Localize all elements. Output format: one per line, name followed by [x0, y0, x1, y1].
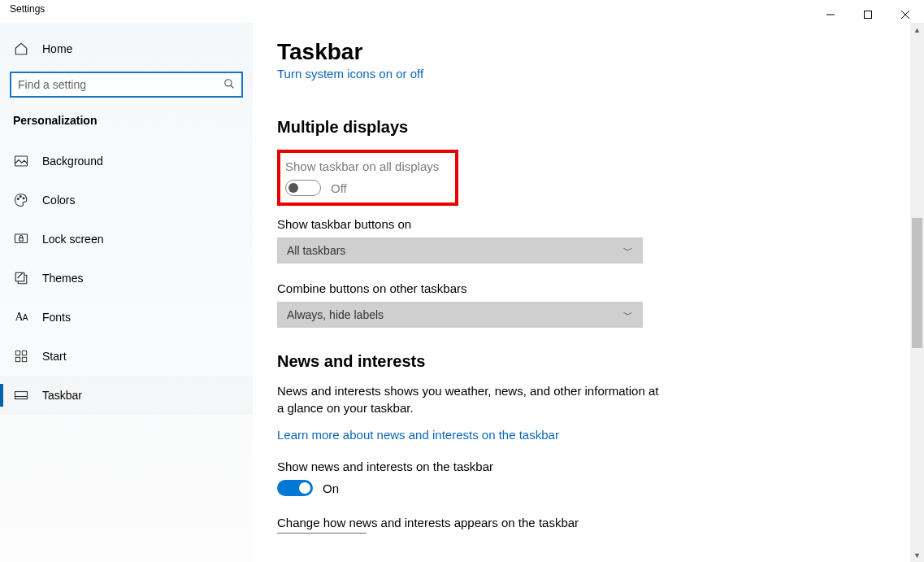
svg-point-9 — [23, 198, 24, 199]
dropdown-combine-other[interactable]: Always, hide labels ﹀ — [277, 302, 643, 328]
window-title: Settings — [0, 3, 45, 15]
colors-icon — [13, 192, 29, 208]
dropdown-value: All taskbars — [287, 244, 345, 257]
chevron-down-icon: ﹀ — [623, 244, 633, 258]
sidebar-item-lockscreen[interactable]: Lock screen — [0, 220, 253, 259]
dropdown-change-news-appearance[interactable] — [277, 533, 367, 534]
toggle-state-text: On — [323, 481, 339, 495]
dropdown-show-buttons-on[interactable]: All taskbars ﹀ — [277, 237, 643, 264]
sidebar-item-start[interactable]: Start — [0, 337, 253, 376]
background-icon — [13, 153, 29, 169]
sidebar-item-background[interactable]: Background — [0, 142, 253, 181]
svg-rect-12 — [15, 272, 24, 281]
home-icon — [13, 41, 29, 57]
label-combine-other: Combine buttons on other taskbars — [277, 281, 886, 295]
scroll-down-button[interactable]: ▼ — [910, 548, 924, 562]
sidebar-item-themes[interactable]: Themes — [0, 259, 253, 298]
label-change-news-appearance: Change how news and interests appears on… — [277, 516, 886, 529]
sidebar-item-fonts[interactable]: AA Fonts — [0, 298, 253, 337]
link-learn-more-news[interactable]: Learn more about news and interests on t… — [277, 428, 559, 442]
toggle-state-text: Off — [331, 181, 347, 195]
search-box[interactable] — [10, 72, 243, 98]
sidebar-item-label: Colors — [42, 194, 75, 207]
label-show-buttons-on: Show taskbar buttons on — [277, 217, 886, 231]
sidebar-item-label: Themes — [42, 272, 84, 285]
sidebar-section-header: Personalization — [0, 109, 253, 142]
svg-rect-17 — [15, 392, 28, 399]
sidebar-item-taskbar[interactable]: Taskbar — [0, 376, 253, 415]
news-description: News and interests shows you weather, ne… — [277, 382, 667, 416]
svg-point-7 — [17, 198, 19, 200]
nav-home[interactable]: Home — [0, 33, 253, 65]
search-icon — [223, 78, 235, 92]
themes-icon — [13, 270, 29, 286]
sidebar: Home Personalization Background — [0, 23, 253, 562]
sidebar-item-label: Fonts — [42, 311, 71, 324]
sidebar-item-colors[interactable]: Colors — [0, 181, 253, 220]
sidebar-item-label: Background — [42, 155, 103, 168]
sidebar-item-label: Taskbar — [42, 389, 82, 402]
svg-rect-1 — [865, 11, 872, 19]
page-title: Taskbar — [277, 39, 886, 65]
start-icon — [13, 348, 29, 364]
svg-rect-13 — [15, 351, 20, 355]
link-system-icons[interactable]: Turn system icons on or off — [277, 67, 423, 81]
svg-rect-11 — [20, 238, 24, 242]
label-show-taskbar-all: Show taskbar on all displays — [285, 159, 439, 173]
toggle-show-news[interactable] — [277, 480, 313, 496]
svg-point-8 — [20, 196, 21, 198]
search-input[interactable] — [18, 78, 223, 91]
highlighted-setting: Show taskbar on all displays Off — [277, 150, 458, 206]
heading-news-interests: News and interests — [277, 352, 886, 371]
main-content: Taskbar Turn system icons on or off Mult… — [253, 23, 910, 562]
svg-rect-16 — [22, 357, 26, 361]
lockscreen-icon — [13, 231, 29, 247]
nav-home-label: Home — [42, 42, 72, 55]
taskbar-icon — [13, 387, 29, 403]
sidebar-item-label: Lock screen — [42, 233, 103, 246]
label-show-news: Show news and interests on the taskbar — [277, 460, 886, 473]
toggle-show-taskbar-all[interactable] — [285, 180, 321, 196]
svg-point-4 — [225, 79, 232, 85]
scrollbar[interactable]: ▲ ▼ — [910, 23, 924, 562]
sidebar-item-label: Start — [42, 350, 67, 363]
fonts-icon: AA — [13, 309, 29, 325]
scroll-up-button[interactable]: ▲ — [910, 23, 924, 37]
scroll-thumb[interactable] — [912, 218, 922, 348]
svg-rect-15 — [15, 357, 20, 361]
titlebar: Settings — [0, 0, 924, 23]
chevron-down-icon: ﹀ — [623, 308, 633, 322]
svg-rect-14 — [22, 351, 26, 355]
heading-multiple-displays: Multiple displays — [277, 118, 886, 137]
dropdown-value: Always, hide labels — [287, 308, 384, 321]
svg-line-5 — [231, 85, 234, 88]
